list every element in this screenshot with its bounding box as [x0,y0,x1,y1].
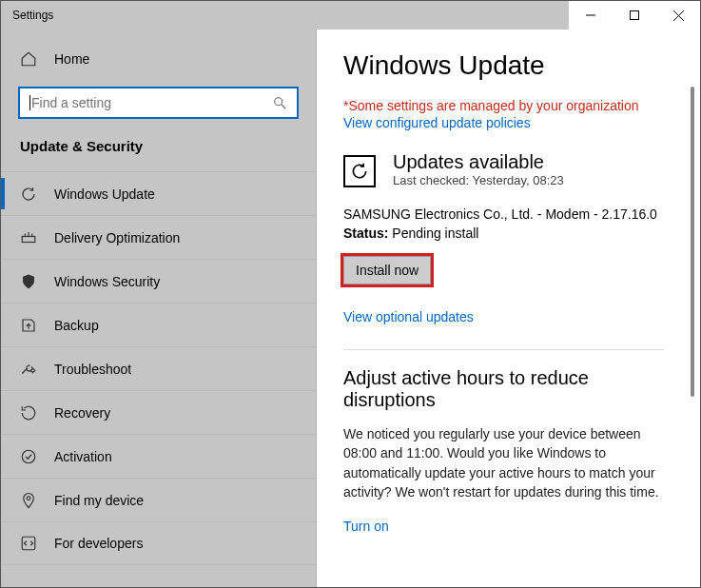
sidebar-item-troubleshoot[interactable]: Troubleshoot [1,346,316,390]
org-managed-notice: *Some settings are managed by your organ… [343,98,664,113]
sidebar-item-label: Troubleshoot [54,362,131,377]
sidebar-home-label: Home [54,51,89,67]
sidebar-item-label: Recovery [54,405,110,421]
active-hours-body: We noticed you regularly use your device… [343,424,664,501]
last-checked-text: Last checked: Yesterday, 08:23 [393,173,564,187]
sidebar-item-label: Windows Update [54,186,155,202]
sidebar-item-windows-update[interactable]: Windows Update [1,171,316,215]
search-field[interactable] [29,94,272,111]
turn-on-link[interactable]: Turn on [343,519,664,534]
wrench-icon [20,361,37,378]
scrollbar[interactable] [691,87,694,397]
close-button[interactable] [656,1,700,29]
sidebar-item-label: Find my device [54,493,144,508]
update-item-name: SAMSUNG Electronics Co., Ltd. - Modem - … [343,206,664,222]
view-optional-updates-link[interactable]: View optional updates [343,309,664,324]
sidebar-item-backup[interactable]: Backup [1,303,316,346]
window-title: Settings [1,9,569,22]
update-status: Status: Pending install [343,225,664,241]
recovery-icon [20,404,37,421]
svg-rect-1 [631,11,639,20]
divider [343,349,664,350]
svg-line-5 [282,105,285,108]
updates-available-title: Updates available [393,151,564,173]
refresh-icon [20,186,37,203]
sidebar-item-label: Delivery Optimization [54,230,180,245]
titlebar: Settings [1,1,700,29]
check-circle-icon [20,448,37,465]
minimize-button[interactable] [569,1,613,29]
svg-point-11 [22,450,35,463]
sidebar-item-label: Windows Security [54,274,160,289]
main-content: Windows Update *Some settings are manage… [317,29,691,587]
location-icon [20,492,37,509]
page-title: Windows Update [343,50,664,81]
svg-point-12 [27,496,30,500]
sidebar-home[interactable]: Home [1,39,316,79]
sidebar-section-title: Update & Security [1,132,316,171]
svg-rect-6 [22,236,35,242]
install-now-button[interactable]: Install now [343,256,431,284]
search-input[interactable] [18,87,299,119]
backup-icon [20,317,37,334]
active-hours-heading: Adjust active hours to reduce disruption… [343,367,664,411]
home-icon [20,50,37,68]
sidebar-item-recovery[interactable]: Recovery [1,390,316,434]
search-icon [272,95,287,110]
sidebar-item-activation[interactable]: Activation [1,434,316,478]
sidebar: Home Update & Security Windows UpdateDel… [1,29,317,587]
view-policies-link[interactable]: View configured update policies [343,115,664,130]
sidebar-item-delivery-optimization[interactable]: Delivery Optimization [1,215,316,259]
shield-icon [20,273,37,290]
sidebar-item-windows-security[interactable]: Windows Security [1,259,316,303]
sidebar-item-label: For developers [54,536,143,551]
sidebar-item-label: Backup [54,318,99,333]
sidebar-item-find-my-device[interactable]: Find my device [1,478,316,521]
maximize-button[interactable] [613,1,656,29]
sidebar-item-for-developers[interactable]: For developers [1,521,316,565]
svg-line-10 [22,368,27,373]
updates-status-icon [343,155,376,187]
code-icon [20,535,37,552]
sidebar-item-label: Activation [54,449,112,464]
delivery-icon [20,229,37,246]
svg-point-4 [275,98,282,106]
